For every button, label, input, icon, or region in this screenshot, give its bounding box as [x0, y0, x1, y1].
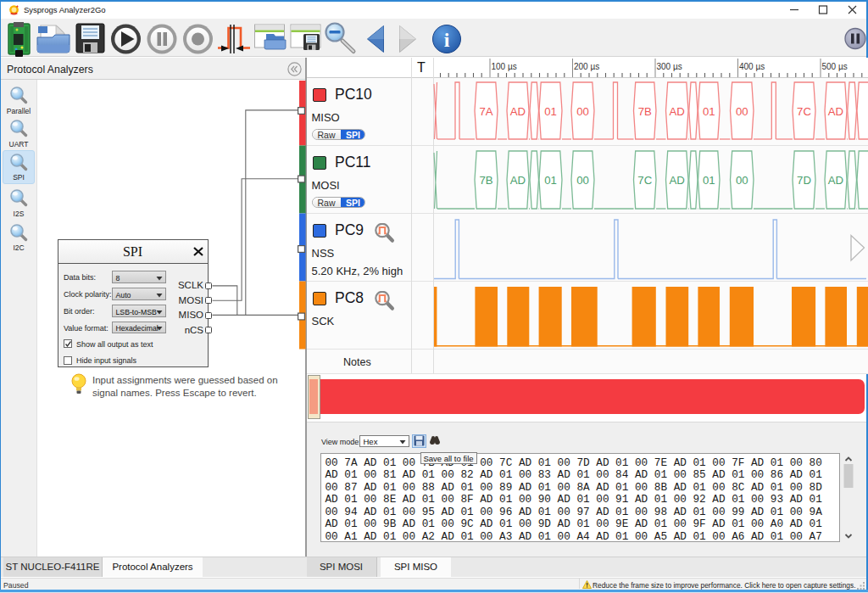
svg-text:01: 01 [703, 174, 715, 187]
svg-text:400 µs: 400 µs [739, 62, 765, 71]
svg-text:300 µs: 300 µs [657, 62, 682, 71]
svg-text:i: i [444, 29, 450, 51]
svg-text:500 µs: 500 µs [822, 62, 848, 71]
svg-text:200 µs: 200 µs [574, 62, 599, 71]
svg-text:AD: AD [510, 174, 526, 187]
svg-text:01: 01 [703, 105, 715, 118]
svg-text:100 µs: 100 µs [492, 62, 517, 71]
svg-text:7B: 7B [479, 174, 492, 187]
svg-text:7B: 7B [638, 105, 652, 118]
svg-text:AD: AD [828, 105, 843, 118]
svg-text:AD: AD [670, 105, 685, 118]
svg-text:AD: AD [828, 174, 843, 187]
svg-text:00: 00 [576, 105, 589, 118]
svg-text:00: 00 [736, 174, 748, 187]
svg-text:7C: 7C [797, 105, 811, 118]
svg-text:01: 01 [544, 105, 557, 118]
svg-text:00: 00 [576, 174, 589, 187]
svg-text:AD: AD [670, 174, 685, 187]
svg-text:00: 00 [736, 105, 748, 118]
svg-text:01: 01 [544, 174, 557, 187]
svg-text:AD: AD [510, 105, 526, 118]
svg-text:7C: 7C [637, 174, 652, 187]
svg-text:7A: 7A [479, 105, 492, 118]
svg-text:7D: 7D [797, 174, 811, 187]
svg-text:T: T [417, 60, 426, 75]
